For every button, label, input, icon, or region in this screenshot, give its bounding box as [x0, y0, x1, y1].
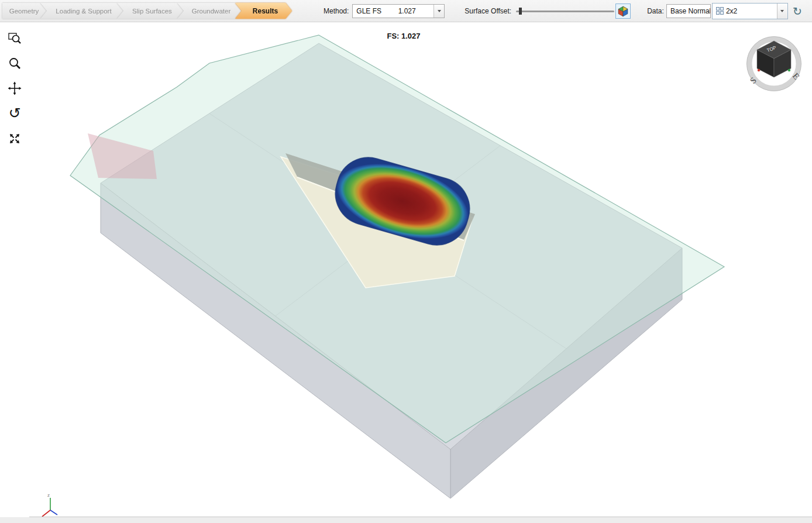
- tab-slip-surfaces[interactable]: Slip Surfaces: [117, 3, 184, 19]
- left-tool-rail: ↺: [0, 22, 29, 517]
- contour-cube-icon: [617, 5, 629, 17]
- axis-dot-red: [758, 69, 760, 71]
- fit-screen-button[interactable]: [4, 130, 25, 147]
- top-toolbar: Geometry Loading & Support Slip Surfaces…: [0, 0, 812, 22]
- refresh-button[interactable]: ↻: [790, 4, 804, 19]
- surface-offset-slider[interactable]: [516, 6, 614, 16]
- contour-cube-button[interactable]: [615, 4, 631, 19]
- workflow-tabs: Geometry Loading & Support Slip Surfaces…: [2, 3, 292, 19]
- zoom-window-button[interactable]: [4, 29, 25, 47]
- method-label: Method:: [324, 7, 349, 15]
- scene-svg: FS: 1.027 TOP S E z x y: [29, 22, 812, 517]
- axis-dot-green: [788, 69, 790, 71]
- method-select[interactable]: GLE FS 1.027: [352, 4, 445, 18]
- tab-groundwater[interactable]: Groundwater: [177, 3, 242, 19]
- method-value: GLE FS: [353, 7, 385, 15]
- fs-annotation: FS: 1.027: [387, 32, 420, 40]
- zoom-icon: [8, 56, 22, 70]
- view-cube[interactable]: TOP S E: [747, 37, 801, 91]
- view-layout-value: 2x2: [724, 7, 739, 15]
- zoom-window-icon: [8, 31, 22, 45]
- pan-icon: [8, 81, 22, 95]
- viewport-3d[interactable]: FS: 1.027 TOP S E z x y: [29, 22, 812, 517]
- fit-screen-icon: [8, 132, 22, 146]
- rotate-view-icon: ↺: [9, 106, 21, 121]
- data-label: Data:: [647, 7, 664, 15]
- tab-results[interactable]: Results: [235, 3, 292, 19]
- pan-button[interactable]: [4, 80, 25, 97]
- tab-loading-support[interactable]: Loading & Support: [40, 3, 123, 19]
- rotate-view-button[interactable]: ↺: [4, 105, 25, 122]
- data-select[interactable]: Base Normal: [666, 4, 711, 18]
- zoom-button[interactable]: [4, 54, 25, 72]
- slider-handle[interactable]: [519, 8, 522, 15]
- chevron-down-icon[interactable]: [777, 4, 787, 19]
- chevron-down-icon[interactable]: [433, 5, 444, 18]
- data-value: Base Normal: [667, 7, 711, 15]
- view-layout-select[interactable]: 2x2: [712, 3, 788, 19]
- axis-triad: z x y: [39, 493, 61, 517]
- surface-offset-label: Surface Offset:: [465, 7, 511, 15]
- slider-track: [516, 11, 614, 12]
- refresh-icon: ↻: [793, 4, 802, 18]
- axis-z-label: z: [47, 493, 50, 498]
- grid-2x2-icon: [716, 7, 724, 15]
- status-bar: [0, 517, 812, 523]
- method-fs-value: 1.027: [398, 7, 421, 15]
